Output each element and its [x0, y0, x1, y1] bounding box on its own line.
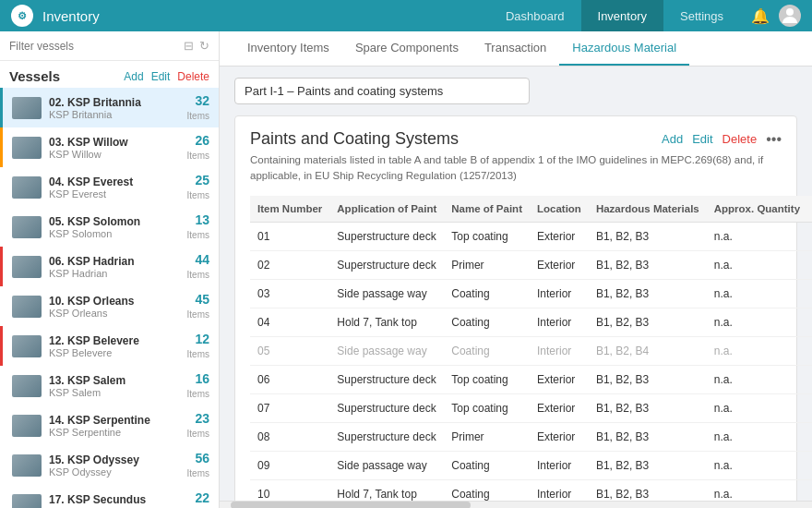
vessel-info: 17. KSP Secundus KSP Secundus	[49, 493, 187, 509]
nav-inventory[interactable]: Inventory	[581, 0, 663, 31]
table-cell-4: B1, B2, B3	[589, 279, 707, 308]
vessel-name: 06. KSP Hadrian	[49, 255, 187, 268]
table-cell-5: n.a.	[707, 336, 807, 365]
table-cell-4: B1, B2, B3	[589, 451, 707, 479]
horizontal-scrollbar[interactable]	[220, 501, 812, 508]
notification-icon[interactable]: 🔔	[747, 4, 773, 29]
col-header-0: Item Number	[250, 196, 329, 223]
table-cell-5: n.a.	[707, 422, 807, 451]
vessel-name: 12. KSP Belevere	[49, 334, 187, 347]
more-options-icon[interactable]: •••	[766, 131, 782, 148]
table-cell-0: 04	[250, 308, 329, 336]
vessel-info: 15. KSP Odyssey KSP Odyssey	[49, 454, 187, 478]
tab-hazardous-material[interactable]: Hazardous Material	[559, 31, 689, 66]
vessel-count: 32 Items	[187, 93, 209, 122]
vessel-count-label: Items	[187, 389, 209, 399]
table-cell-0: 05	[250, 336, 329, 365]
vessel-item-04[interactable]: 04. KSP Everest KSP Everest 25 Items	[0, 167, 219, 207]
vessel-count: 25 Items	[187, 173, 209, 201]
vessel-count-number: 32	[187, 93, 209, 108]
table-cell-3: Interior	[530, 279, 589, 308]
col-header-5: Approx. Quantity	[707, 196, 807, 223]
table-cell-3: Exterior	[530, 365, 589, 393]
tabs-bar: Inventory ItemsSpare ComponentsTransacti…	[220, 31, 812, 67]
add-item-button[interactable]: Add	[662, 132, 683, 146]
delete-item-button[interactable]: Delete	[722, 132, 758, 146]
vessel-count: 23 Items	[187, 411, 209, 440]
table-cell-0: 03	[250, 279, 329, 308]
vessel-count: 13 Items	[187, 212, 209, 241]
table-row: 07Superstructure deckTop coatingExterior…	[250, 393, 812, 422]
vessel-item-03[interactable]: 03. KSP Willow KSP Willow 26 Items	[0, 127, 219, 167]
tab-transaction[interactable]: Transaction	[472, 31, 559, 66]
vessel-count: 26 Items	[187, 133, 209, 162]
tab-inventory-items[interactable]: Inventory Items	[234, 31, 342, 66]
card-header: Paints and Coating Systems Add Edit Dele…	[250, 129, 782, 149]
vessel-info: 14. KSP Serpentine KSP Serpentine	[49, 414, 187, 438]
vessel-count-number: 45	[187, 292, 209, 307]
vessel-item-06[interactable]: 06. KSP Hadrian KSP Hadrian 44 Items	[0, 247, 219, 286]
table-cell-1: Side passage way	[329, 336, 444, 365]
vessel-count: 56 Items	[187, 451, 209, 479]
edit-vessel-button[interactable]: Edit	[151, 70, 171, 83]
nav-dashboard[interactable]: Dashboard	[489, 0, 581, 31]
table-cell-0: 07	[250, 393, 329, 422]
nav-settings[interactable]: Settings	[663, 0, 740, 31]
vessel-count-number: 12	[187, 332, 209, 346]
table-cell-6: n.a.	[807, 308, 812, 336]
vessel-item-14[interactable]: 14. KSP Serpentine KSP Serpentine 23 Ite…	[0, 405, 219, 445]
table-cell-4: B1, B2, B3	[589, 308, 707, 336]
category-select[interactable]: Part I-1 – Paints and coating systemsPar…	[234, 78, 530, 104]
filter-icon[interactable]: ⊟	[184, 39, 194, 53]
table-cell-5: n.a.	[707, 279, 807, 308]
refresh-icon[interactable]: ↻	[199, 39, 209, 53]
col-header-2: Name of Paint	[444, 196, 530, 223]
vessel-thumb	[12, 97, 42, 119]
table-cell-2: Coating	[444, 479, 530, 501]
add-vessel-button[interactable]: Add	[124, 70, 143, 83]
vessel-info: 02. KSP Britannia KSP Britannia	[49, 96, 187, 120]
filter-bar: ⊟ ↻	[0, 31, 219, 61]
content-area: Part I-1 – Paints and coating systemsPar…	[220, 67, 812, 501]
table-cell-0: 01	[250, 222, 329, 250]
vessel-item-17[interactable]: 17. KSP Secundus KSP Secundus 22 Items	[0, 485, 219, 508]
vessel-count-number: 25	[187, 173, 209, 187]
vessel-item-10[interactable]: 10. KSP Orleans KSP Orleans 45 Items	[0, 286, 219, 326]
table-cell-6: n.a.	[807, 336, 812, 365]
vessel-count: 45 Items	[187, 292, 209, 321]
vessels-title: Vessels	[9, 68, 60, 84]
table-cell-4: B1, B2, B4	[589, 336, 707, 365]
table-cell-0: 08	[250, 422, 329, 451]
vessel-item-12[interactable]: 12. KSP Belevere KSP Belevere 12 Items	[0, 326, 219, 366]
table-row: 09Side passage wayCoatingInteriorB1, B2,…	[250, 451, 812, 479]
vessel-item-02[interactable]: 02. KSP Britannia KSP Britannia 32 Items	[0, 88, 219, 127]
vessel-count-label: Items	[187, 111, 209, 121]
vessel-subname: KSP Britannia	[49, 109, 187, 120]
vessel-subname: KSP Salem	[49, 387, 187, 398]
vessel-count-number: 13	[187, 212, 209, 227]
edit-item-button[interactable]: Edit	[692, 132, 712, 146]
vessel-item-13[interactable]: 13. KSP Salem KSP Salem 16 Items	[0, 366, 219, 405]
scrollbar-thumb[interactable]	[231, 502, 471, 508]
vessel-count-number: 56	[187, 451, 209, 466]
delete-vessel-button[interactable]: Delete	[177, 70, 209, 83]
header-icons: 🔔	[747, 4, 801, 29]
vessel-item-05[interactable]: 05. KSP Solomon KSP Solomon 13 Items	[0, 207, 219, 247]
table-cell-3: Interior	[530, 336, 589, 365]
col-header-1: Application of Paint	[329, 196, 444, 223]
table-cell-1: Superstructure deck	[329, 365, 444, 393]
table-cell-5: n.a.	[707, 479, 807, 501]
table-cell-2: Coating	[444, 336, 530, 365]
vessel-thumb	[12, 256, 42, 278]
vessel-name: 13. KSP Salem	[49, 374, 187, 387]
table-cell-3: Interior	[530, 479, 589, 501]
search-input[interactable]	[9, 40, 178, 53]
avatar[interactable]	[779, 5, 801, 27]
vessel-subname: KSP Willow	[49, 149, 187, 160]
tab-spare-components[interactable]: Spare Components	[342, 31, 472, 66]
vessel-subname: KSP Odyssey	[49, 466, 187, 478]
vessel-count: 44 Items	[187, 252, 209, 281]
table-cell-2: Top coating	[444, 365, 530, 393]
card-title: Paints and Coating Systems	[250, 129, 459, 149]
vessel-item-15[interactable]: 15. KSP Odyssey KSP Odyssey 56 Items	[0, 445, 219, 485]
